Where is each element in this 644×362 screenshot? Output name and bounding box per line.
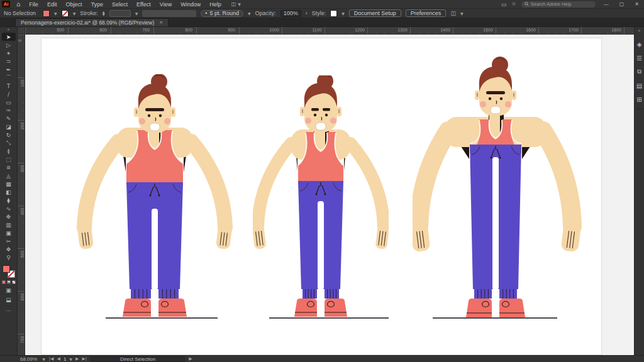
perspective-grid-tool[interactable]: ◬ [2, 172, 16, 180]
dock-expand-icon[interactable]: « [638, 28, 640, 33]
character-tall-bulky[interactable] [413, 55, 589, 319]
menu-view[interactable]: View [160, 1, 172, 8]
character-slim[interactable] [253, 75, 389, 319]
ruler-origin-corner[interactable] [18, 27, 25, 35]
character-bulky[interactable] [69, 74, 234, 321]
opacity-field[interactable]: 100% [280, 10, 301, 17]
brush-definition-dropdown[interactable]: • 5 pt. Round [201, 10, 243, 17]
line-segment-tool[interactable]: ∕ [2, 90, 16, 98]
artboard-number[interactable]: 1 [64, 356, 66, 362]
minimize-button[interactable]: — [601, 1, 611, 7]
canvas[interactable] [25, 35, 634, 355]
slice-tool[interactable]: ✂ [2, 237, 16, 245]
close-tab-icon[interactable]: ✕ [159, 20, 163, 25]
asset-export-panel[interactable]: ▤ [635, 79, 644, 92]
symbol-sprayer-tool[interactable]: ❉ [2, 212, 16, 221]
curvature-tool[interactable]: ⌒ [2, 74, 16, 82]
close-button[interactable]: ✕ [632, 1, 641, 7]
document-setup-button[interactable]: Document Setup [349, 9, 401, 17]
chevron-down-icon[interactable]: ▼ [69, 357, 72, 361]
width-tool[interactable]: ≬ [2, 147, 16, 155]
fill-stroke-indicator[interactable] [3, 265, 15, 278]
scale-tool[interactable]: ⤡ [2, 139, 16, 147]
artboards-panel[interactable]: ⧉ [635, 65, 644, 79]
pencil-tool[interactable]: ✎ [2, 114, 16, 123]
magic-wand-tool[interactable]: ✶ [2, 49, 16, 57]
mesh-tool[interactable]: ▦ [2, 180, 16, 188]
opacity-options-arrow[interactable]: › [306, 10, 308, 16]
last-artboard-icon[interactable]: ▶| [82, 356, 87, 361]
arrange-documents-icon[interactable]: ◫ ▼ [231, 1, 241, 7]
variable-width-profile-dropdown[interactable] [142, 10, 196, 17]
search-input[interactable]: Search Adobe Help [521, 1, 596, 8]
gradient-button[interactable] [7, 280, 11, 284]
restore-button[interactable]: ▢ [617, 1, 627, 7]
hand-tool[interactable]: ✥ [2, 245, 16, 253]
chevron-down-icon[interactable]: ▼ [73, 11, 76, 16]
menu-window[interactable]: Window [180, 1, 201, 8]
horizontal-ruler[interactable]: 5006007008009001000110012001300140015001… [25, 27, 634, 35]
pen-tool[interactable]: ✒ [2, 65, 16, 74]
chevron-down-icon[interactable]: ▼ [135, 11, 138, 16]
chevron-down-icon[interactable]: ▼ [54, 11, 57, 16]
toolbar-collapse-icon[interactable]: » [7, 27, 9, 33]
next-artboard-icon[interactable]: ▶ [75, 356, 79, 361]
menu-select[interactable]: Select [112, 1, 128, 8]
color-button[interactable] [2, 280, 6, 284]
selection-tool[interactable]: ➤ [2, 33, 16, 41]
gradient-tool[interactable]: ◧ [2, 188, 16, 196]
graphic-style-swatch[interactable] [330, 10, 337, 17]
menu-edit[interactable]: Edit [47, 1, 57, 8]
lasso-tool[interactable]: ⊃ [2, 57, 16, 65]
share-icon[interactable]: ⌾ [512, 1, 515, 8]
direct-selection-tool[interactable]: ▷ [2, 41, 16, 49]
menu-help[interactable]: Help [209, 1, 221, 8]
blend-tool[interactable]: ∿ [2, 204, 16, 212]
free-transform-tool[interactable]: ⬚ [2, 155, 16, 163]
rotate-tool[interactable]: ↻ [2, 131, 16, 139]
first-artboard-icon[interactable]: |◀ [49, 356, 54, 361]
home-icon[interactable]: ⌂ [16, 1, 20, 8]
fill-color-swatch[interactable] [43, 10, 50, 17]
arrange-windows-icon[interactable]: ▭ [501, 1, 507, 8]
menu-type[interactable]: Type [91, 1, 103, 8]
fill-indicator[interactable] [3, 265, 10, 273]
properties-panel[interactable]: ☰ [635, 51, 644, 65]
type-tool[interactable]: T [2, 82, 16, 90]
edit-toolbar-button[interactable]: … [6, 306, 11, 312]
ground-line[interactable] [269, 317, 389, 319]
menu-object[interactable]: Object [65, 1, 82, 8]
drawing-modes-button[interactable]: ▣ [6, 287, 11, 293]
ground-line[interactable] [433, 317, 557, 319]
layers-panel[interactable]: ◈ [635, 37, 644, 51]
shape-builder-tool[interactable]: ⧈ [2, 163, 16, 172]
panel-options-icon[interactable]: ◫ [450, 10, 456, 16]
vertical-ruler[interactable]: 0100200300400500600700 [18, 35, 25, 355]
document-tab[interactable]: Personagens-exercicio-02.ai* @ 68.09% (R… [15, 18, 169, 26]
column-graph-tool[interactable]: ▥ [2, 221, 16, 229]
stroke-width-stepper[interactable]: ▲▼ [103, 11, 105, 16]
eyedropper-tool[interactable]: ⧫ [2, 196, 16, 204]
previous-artboard-icon[interactable]: ◀ [57, 356, 60, 361]
none-button[interactable] [12, 280, 16, 284]
artboard-tool[interactable]: ▣ [2, 229, 16, 237]
menu-effect[interactable]: Effect [136, 1, 151, 8]
chevron-down-icon[interactable]: ▼ [460, 11, 464, 16]
ground-line[interactable] [106, 317, 218, 319]
chevron-down-icon[interactable]: ▼ [248, 11, 251, 16]
zoom-tool[interactable]: ⚲ [2, 253, 16, 261]
current-tool-readout[interactable]: Direct Selection [91, 356, 185, 362]
paintbrush-tool[interactable]: ✑ [2, 106, 16, 114]
status-options-arrow[interactable]: ▶ [189, 356, 192, 361]
stroke-color-swatch[interactable] [62, 10, 69, 17]
chevron-down-icon[interactable]: ▼ [341, 11, 345, 16]
app-icon[interactable]: Ai [2, 1, 10, 8]
menu-file[interactable]: File [29, 1, 38, 8]
stroke-width-field[interactable] [109, 10, 131, 17]
libraries-panel[interactable]: ⊞ [635, 92, 644, 106]
rectangle-tool[interactable]: ▭ [2, 98, 16, 106]
eraser-tool[interactable]: ◪ [2, 123, 16, 131]
zoom-control[interactable]: 68.09% ▼ [20, 356, 45, 362]
preferences-button[interactable]: Preferences [406, 9, 447, 17]
screen-mode-button[interactable]: ⬓ [6, 297, 11, 303]
